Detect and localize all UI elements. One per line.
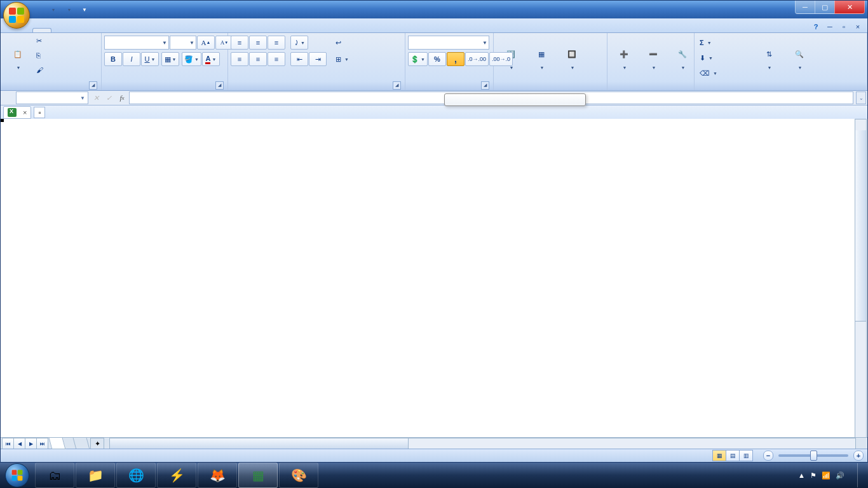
taskbar-libraries[interactable]: 🗂 <box>35 463 74 488</box>
number-format-combo[interactable]: ▼ <box>408 36 489 50</box>
minimize-button[interactable]: ─ <box>795 1 815 14</box>
qat-customize[interactable]: ▼ <box>78 3 92 17</box>
tab-view[interactable] <box>140 29 158 32</box>
fx-icon[interactable]: fx <box>117 93 127 103</box>
zoom-in-button[interactable]: + <box>853 451 864 461</box>
align-middle-button[interactable]: ≡ <box>249 36 267 50</box>
taskbar-winamp[interactable]: ⚡ <box>157 463 196 488</box>
tab-review[interactable] <box>123 29 140 32</box>
align-top-button[interactable]: ≡ <box>231 36 248 50</box>
normal-view-button[interactable]: ▦ <box>712 450 726 461</box>
orientation-button[interactable]: ⤸▼ <box>290 36 308 50</box>
paste-button[interactable]: 📋 ▼ <box>3 34 32 80</box>
align-right-button[interactable]: ≡ <box>268 52 285 66</box>
sheet-tab-sheet3[interactable] <box>73 438 90 449</box>
format-cells-button[interactable]: 🔧▼ <box>668 34 696 80</box>
tab-insert[interactable] <box>51 29 69 32</box>
zoom-out-button[interactable]: − <box>763 451 773 461</box>
insert-cells-button[interactable]: ➕▼ <box>610 34 638 80</box>
minimize-ribbon-icon[interactable]: ─ <box>824 21 836 32</box>
expand-formula-bar[interactable]: ⌄ <box>856 92 866 104</box>
vertical-scrollbar[interactable] <box>855 119 867 438</box>
find-select-button[interactable]: 🔍▼ <box>785 34 814 80</box>
worksheet-grid[interactable] <box>1 119 867 438</box>
taskbar-paint[interactable]: 🎨 <box>279 463 318 488</box>
close-tab-icon[interactable]: × <box>23 109 27 116</box>
workbook-tab-book1[interactable]: × <box>3 106 31 119</box>
percent-style-button[interactable]: % <box>428 52 446 66</box>
bold-button[interactable]: B <box>104 52 122 66</box>
close-button[interactable]: ✕ <box>834 1 865 14</box>
horizontal-scrollbar[interactable] <box>109 438 856 449</box>
decrease-decimal-button[interactable]: .00→.0 <box>489 52 513 66</box>
font-name-combo[interactable]: ▼ <box>104 36 169 50</box>
accounting-format-button[interactable]: 💲▼ <box>408 52 428 66</box>
sheet-tab-sheet1[interactable] <box>49 438 66 449</box>
italic-button[interactable]: I <box>123 52 140 66</box>
sort-filter-button[interactable]: ⇅▼ <box>754 34 783 80</box>
taskbar-excel[interactable]: ▦ <box>238 463 278 488</box>
tab-formulas[interactable] <box>87 29 105 32</box>
align-center-button[interactable]: ≡ <box>249 52 267 66</box>
format-painter-button[interactable]: 🖌 <box>34 64 100 76</box>
taskbar-ie[interactable]: 🌐 <box>116 463 156 488</box>
undo-button[interactable]: ▼ <box>46 3 60 17</box>
tab-page-layout[interactable] <box>69 29 87 32</box>
save-button[interactable] <box>30 3 44 17</box>
font-color-button[interactable]: A▼ <box>202 52 220 66</box>
name-box[interactable]: ▼ <box>16 92 88 104</box>
taskbar-explorer[interactable]: 📁 <box>76 463 115 488</box>
tray-volume-icon[interactable]: 🔊 <box>836 471 844 480</box>
start-button[interactable] <box>0 463 34 488</box>
help-icon[interactable]: ? <box>810 21 822 32</box>
tab-office-tab[interactable] <box>158 29 176 32</box>
page-break-view-button[interactable]: ▥ <box>739 450 753 461</box>
underline-button[interactable]: U▼ <box>141 52 159 66</box>
wrap-text-button[interactable]: ↩ <box>333 36 408 50</box>
clipboard-launcher[interactable]: ◢ <box>89 81 97 90</box>
increase-indent-button[interactable]: ⇥ <box>309 52 327 66</box>
alignment-launcher[interactable]: ◢ <box>393 81 401 90</box>
sheet-nav-prev[interactable]: ◀ <box>13 438 25 449</box>
fill-button[interactable]: ⬇ ▼ <box>697 51 753 65</box>
cut-button[interactable]: ✂ <box>34 34 100 47</box>
comma-style-button[interactable]: , <box>447 52 465 66</box>
office-button[interactable] <box>3 2 30 29</box>
font-size-combo[interactable]: ▼ <box>170 36 196 50</box>
merge-center-button[interactable]: ⊞ ▼ <box>333 52 408 66</box>
enter-formula-icon[interactable]: ✓ <box>102 92 115 104</box>
page-layout-view-button[interactable]: ▤ <box>726 450 740 461</box>
delete-cells-button[interactable]: ➖▼ <box>639 34 667 80</box>
maximize-button[interactable]: ▢ <box>815 1 835 14</box>
grow-font-button[interactable]: A▲ <box>197 36 215 50</box>
taskbar-firefox[interactable]: 🦊 <box>198 463 237 488</box>
format-as-table-button[interactable]: ▦▼ <box>527 34 556 80</box>
copy-button[interactable]: ⎘ <box>34 49 100 62</box>
sheet-nav-next[interactable]: ▶ <box>25 438 37 449</box>
tray-network-icon[interactable]: 📶 <box>822 471 831 480</box>
cell-styles-button[interactable]: 🔲▼ <box>557 34 587 80</box>
tab-home[interactable] <box>32 28 51 32</box>
show-desktop-button[interactable] <box>857 463 864 487</box>
border-button[interactable]: ▦▼ <box>161 52 179 66</box>
zoom-slider[interactable] <box>778 454 848 457</box>
restore-window-icon[interactable]: ▫ <box>838 21 850 32</box>
cancel-formula-icon[interactable]: ✕ <box>90 92 102 104</box>
increase-decimal-button[interactable]: .0→.00 <box>465 52 489 66</box>
new-sheet-button[interactable]: ✦ <box>90 438 104 449</box>
sheet-nav-first[interactable]: ⏮ <box>2 438 14 449</box>
tab-data[interactable] <box>105 29 123 32</box>
font-launcher[interactable]: ◢ <box>215 81 224 90</box>
close-workbook-icon[interactable]: × <box>852 21 864 32</box>
autosum-button[interactable]: Σ ▼ <box>697 36 753 50</box>
number-launcher[interactable]: ◢ <box>481 81 489 90</box>
sheet-nav-last[interactable]: ⏭ <box>36 438 48 449</box>
fill-color-button[interactable]: 🪣▼ <box>182 52 201 66</box>
tray-show-hidden-icon[interactable]: ▲ <box>798 471 805 479</box>
align-bottom-button[interactable]: ≡ <box>268 36 285 50</box>
decrease-indent-button[interactable]: ⇤ <box>290 52 308 66</box>
align-left-button[interactable]: ≡ <box>231 52 248 66</box>
tray-flag-icon[interactable]: ⚑ <box>810 471 817 480</box>
new-workbook-tab[interactable]: ▫ <box>34 107 45 118</box>
redo-button[interactable]: ▼ <box>62 3 76 17</box>
